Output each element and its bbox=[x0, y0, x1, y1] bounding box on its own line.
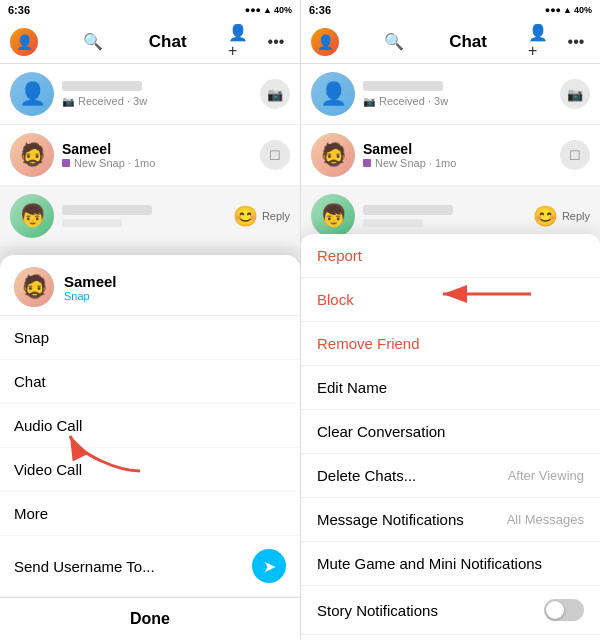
left-nav-title: Chat bbox=[149, 32, 187, 52]
reply-label: Reply bbox=[562, 210, 590, 222]
list-item[interactable]: 🧔 Sameel New Snap · 1mo ☐ bbox=[301, 125, 600, 186]
delete-chats-menu-item[interactable]: Delete Chats... After Viewing bbox=[301, 454, 600, 498]
avatar: 👤 bbox=[10, 72, 54, 116]
more-label: More bbox=[14, 505, 48, 522]
block-menu-item[interactable]: Block bbox=[301, 278, 600, 322]
signal-icon: ●●● bbox=[245, 5, 261, 15]
story-notifications-toggle[interactable] bbox=[544, 599, 584, 621]
wifi-icon: ▲ bbox=[563, 5, 572, 15]
clear-conversation-label: Clear Conversation bbox=[317, 423, 445, 440]
send-username-label: Send Username To... bbox=[14, 558, 155, 575]
camera-icon[interactable]: 📷 bbox=[560, 79, 590, 109]
mute-game-menu-item[interactable]: Mute Game and Mini Notifications bbox=[301, 542, 600, 586]
signal-icon: ●●● bbox=[545, 5, 561, 15]
chat-name: Sameel bbox=[62, 141, 252, 157]
send-icon: ➤ bbox=[252, 549, 286, 583]
delete-chats-label: Delete Chats... bbox=[317, 467, 416, 484]
camera-icon[interactable]: 📷 bbox=[260, 79, 290, 109]
add-friend-icon[interactable]: 👤+ bbox=[228, 28, 256, 56]
snap-menu-item[interactable]: Snap bbox=[0, 316, 300, 360]
left-nav-bar: 👤 🔍 Chat 👤+ ••• bbox=[0, 20, 300, 64]
left-search-icon[interactable]: 🔍 bbox=[79, 28, 107, 56]
sheet-username: Sameel bbox=[64, 273, 117, 290]
battery-icon: 40% bbox=[574, 5, 592, 15]
sheet-avatar: 🧔 bbox=[14, 267, 54, 307]
chat-name: Sameel bbox=[363, 141, 552, 157]
chat-subtext: New Snap · 1mo bbox=[62, 157, 252, 169]
list-item[interactable]: 👤 📷 Received · 3w 📷 bbox=[0, 64, 300, 125]
right-nav-title: Chat bbox=[449, 32, 487, 52]
right-avatar-nav[interactable]: 👤 bbox=[311, 28, 339, 56]
right-status-icons: ●●● ▲ 40% bbox=[545, 5, 592, 15]
more-icon[interactable]: ••• bbox=[262, 28, 290, 56]
message-notifications-value: All Messages bbox=[507, 512, 584, 527]
sheet-user-info: Sameel Snap bbox=[64, 273, 117, 302]
avatar: 👤 bbox=[311, 72, 355, 116]
chat-info: Sameel New Snap · 1mo bbox=[363, 141, 552, 169]
remove-friend-label: Remove Friend bbox=[317, 335, 420, 352]
clear-conversation-menu-item[interactable]: Clear Conversation bbox=[301, 410, 600, 454]
avatar: 🧔 bbox=[311, 133, 355, 177]
message-notifications-menu-item[interactable]: Message Notifications All Messages bbox=[301, 498, 600, 542]
chat-info: 📷 Received · 3w bbox=[363, 81, 552, 107]
chat-label: Chat bbox=[14, 373, 46, 390]
snap-label: Snap bbox=[14, 329, 49, 346]
list-item[interactable]: 👦 😊 Reply bbox=[0, 186, 300, 247]
right-more-icon[interactable]: ••• bbox=[562, 28, 590, 56]
right-nav-bar: 👤 🔍 Chat 👤+ ••• bbox=[301, 20, 600, 64]
remove-friend-menu-item[interactable]: Remove Friend bbox=[301, 322, 600, 366]
more-menu-item[interactable]: More bbox=[0, 492, 300, 536]
audio-call-label: Audio Call bbox=[14, 417, 82, 434]
right-status-bar: 6:36 ●●● ▲ 40% bbox=[301, 0, 600, 20]
emoji-icon: 😊 bbox=[233, 204, 258, 228]
chat-subtext: 📷 Received · 3w bbox=[62, 95, 252, 107]
mute-story-menu-item[interactable]: Mute Story bbox=[301, 635, 600, 640]
message-notifications-label: Message Notifications bbox=[317, 511, 464, 528]
audio-call-menu-item[interactable]: Audio Call bbox=[0, 404, 300, 448]
right-time: 6:36 bbox=[309, 4, 331, 16]
edit-name-menu-item[interactable]: Edit Name bbox=[301, 366, 600, 410]
left-avatar-nav[interactable]: 👤 bbox=[10, 28, 38, 56]
sheet-header: 🧔 Sameel Snap bbox=[0, 255, 300, 316]
left-panel: 6:36 ●●● ▲ 40% 👤 🔍 Chat 👤+ ••• 👤 � bbox=[0, 0, 300, 640]
chat-info: Sameel New Snap · 1mo bbox=[62, 141, 252, 169]
avatar: 🧔 bbox=[10, 133, 54, 177]
right-add-friend-icon[interactable]: 👤+ bbox=[528, 28, 556, 56]
toggle-knob bbox=[546, 601, 564, 619]
right-context-menu: Report Block Remove Friend Edit Name Cle… bbox=[301, 234, 600, 640]
chat-subtext: 📷 Received · 3w bbox=[363, 95, 552, 107]
camera-icon[interactable]: ☐ bbox=[260, 140, 290, 170]
right-panel: 6:36 ●●● ▲ 40% 👤 🔍 Chat 👤+ ••• 👤 � bbox=[300, 0, 600, 640]
avatar: 👦 bbox=[311, 194, 355, 238]
edit-name-label: Edit Name bbox=[317, 379, 387, 396]
battery-icon: 40% bbox=[274, 5, 292, 15]
reply-label: Reply bbox=[262, 210, 290, 222]
left-nav-right: 👤+ ••• bbox=[228, 28, 290, 56]
chat-menu-item[interactable]: Chat bbox=[0, 360, 300, 404]
right-chat-list: 👤 📷 Received · 3w 📷 🧔 Sameel New Snap · … bbox=[301, 64, 600, 640]
send-username-menu-item[interactable]: Send Username To... ➤ bbox=[0, 536, 300, 597]
right-search-icon[interactable]: 🔍 bbox=[380, 28, 408, 56]
story-notifications-menu-item[interactable]: Story Notifications bbox=[301, 586, 600, 635]
sheet-friendship: Snap bbox=[64, 290, 117, 302]
camera-icon[interactable]: ☐ bbox=[560, 140, 590, 170]
block-label: Block bbox=[317, 291, 354, 308]
emoji-icon: 😊 bbox=[533, 204, 558, 228]
left-bottom-sheet: 🧔 Sameel Snap Snap Chat Audio Call Video… bbox=[0, 255, 300, 640]
chat-info: 📷 Received · 3w bbox=[62, 81, 252, 107]
right-nav-right: 👤+ ••• bbox=[528, 28, 590, 56]
report-label: Report bbox=[317, 247, 362, 264]
list-item[interactable]: 🧔 Sameel New Snap · 1mo ☐ bbox=[0, 125, 300, 186]
video-call-menu-item[interactable]: Video Call bbox=[0, 448, 300, 492]
story-notifications-label: Story Notifications bbox=[317, 602, 438, 619]
wifi-icon: ▲ bbox=[263, 5, 272, 15]
left-status-bar: 6:36 ●●● ▲ 40% bbox=[0, 0, 300, 20]
left-time: 6:36 bbox=[8, 4, 30, 16]
left-done-button[interactable]: Done bbox=[0, 597, 300, 640]
left-status-icons: ●●● ▲ 40% bbox=[245, 5, 292, 15]
avatar: 👦 bbox=[10, 194, 54, 238]
delete-chats-value: After Viewing bbox=[508, 468, 584, 483]
list-item[interactable]: 👤 📷 Received · 3w 📷 bbox=[301, 64, 600, 125]
mute-game-label: Mute Game and Mini Notifications bbox=[317, 555, 542, 572]
report-menu-item[interactable]: Report bbox=[301, 234, 600, 278]
